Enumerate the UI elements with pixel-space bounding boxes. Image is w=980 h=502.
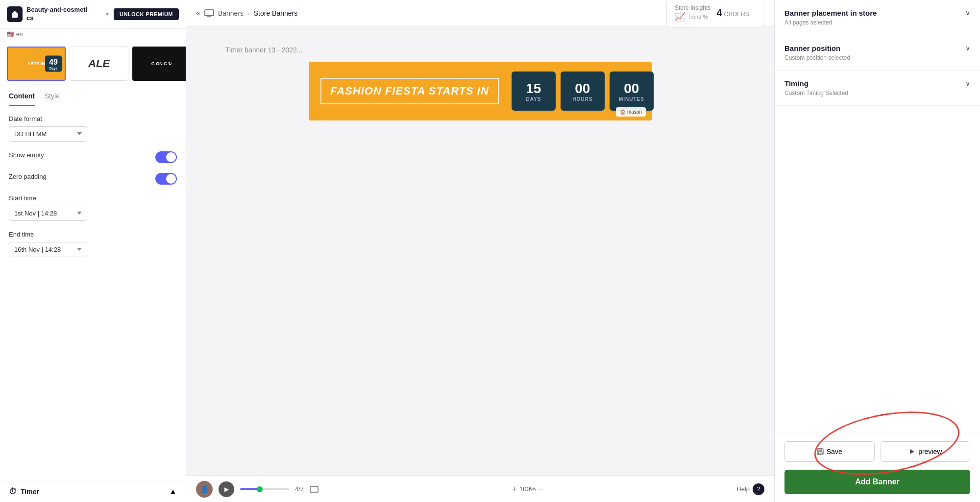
hours-label: HOURS (572, 96, 592, 102)
svg-rect-3 (818, 452, 822, 454)
show-empty-toggle[interactable] (155, 151, 177, 163)
position-title: Banner position (784, 44, 850, 52)
unlock-premium-button[interactable]: UNLOCK PREMIUM (114, 8, 179, 20)
count-block-minutes: 00 MINUTES (610, 72, 654, 111)
sidebar-header: Beauty-and-cosmetics ▼ UNLOCK PREMIUM (0, 0, 186, 29)
zero-padding-toggle[interactable] (155, 173, 177, 185)
progress-thumb (257, 486, 263, 492)
svg-rect-2 (819, 449, 822, 451)
zoom-level: 100% (519, 485, 536, 493)
end-time-select[interactable]: 16th Nov | 14:28 (9, 242, 87, 257)
preview-button[interactable]: preview (881, 441, 971, 462)
hours-number: 00 (575, 81, 590, 96)
progress-bar (240, 488, 289, 490)
breadcrumb-sep: › (247, 9, 250, 17)
timer-collapse-icon[interactable]: ▲ (169, 487, 177, 496)
tab-style[interactable]: Style (45, 92, 60, 106)
bottom-left: 👤 ▶ 4/7 (196, 481, 318, 498)
orders-label: ORDERS (724, 11, 749, 18)
show-empty-row: Show empty (9, 151, 177, 163)
save-button[interactable]: Save (784, 441, 875, 462)
date-format-label: Date format (9, 115, 177, 122)
countdown-blocks: 15 DAYS 00 HOURS 00 MINUTES (512, 72, 654, 111)
flag-icon: 🇺🇸 (7, 31, 14, 38)
timer-icon: ⏱ (9, 487, 17, 496)
timing-subtitle: Custom Timing Selected (784, 90, 848, 96)
zero-padding-row: Zero padding (9, 173, 177, 185)
form-section: Date format DD HH MM HH MM SS DD MM SS S… (0, 106, 186, 266)
end-time-label: End time (9, 231, 177, 238)
canvas-area: Timer banner 13 - 2022... FASHION FIESTA… (186, 26, 774, 476)
count-block-days: 15 DAYS (512, 72, 556, 111)
position-subtitle: Custom position selected (784, 54, 850, 61)
timer-text: Timer (21, 488, 39, 496)
timing-chevron-icon[interactable]: ∨ (965, 79, 970, 87)
thumb-1-countdown: 49Days (45, 55, 62, 72)
home-button[interactable] (7, 6, 23, 22)
date-format-select[interactable]: DD HH MM HH MM SS DD MM SS (9, 126, 87, 142)
breadcrumb-current: Store Banners (254, 9, 298, 17)
count-block-hours: 00 HOURS (561, 72, 605, 111)
svg-rect-0 (205, 10, 214, 16)
tab-content[interactable]: Content (9, 92, 35, 106)
language-label: en (16, 31, 23, 38)
thumb-3-text: G ON C ↻ (151, 61, 172, 66)
right-sidebar: Banner placement in store All pages sele… (774, 0, 980, 502)
store-insights-trend: 📈 Trend % (675, 11, 710, 22)
days-label: DAYS (526, 96, 541, 102)
help-icon[interactable]: ? (753, 483, 764, 495)
breadcrumb-banners[interactable]: Banners (218, 9, 244, 17)
start-time-select[interactable]: 1st Nov | 14:28 (9, 206, 87, 221)
start-time-field: Start time 1st Nov | 14:28 (9, 194, 177, 221)
position-chevron-icon[interactable]: ∨ (965, 44, 970, 52)
banner-text: FASHION FIESTA STARTS IN (320, 78, 499, 104)
zero-padding-label: Zero padding (9, 173, 47, 180)
preview-icon (908, 448, 915, 455)
timing-panel: Timing Custom Timing Selected ∨ (775, 71, 980, 106)
content-style-tabs: Content Style (0, 86, 186, 106)
left-sidebar: Beauty-and-cosmetics ▼ UNLOCK PREMIUM 🇺🇸… (0, 0, 186, 502)
play-button[interactable]: ▶ (219, 481, 234, 497)
progress-track (240, 488, 289, 490)
svg-marker-4 (910, 449, 914, 454)
app-name: Beauty-and-cosmetics (26, 6, 101, 23)
banner-thumb-3[interactable]: G ON C ↻ (132, 47, 186, 81)
timing-header: Timing Custom Timing Selected ∨ (784, 79, 970, 96)
timer-label: ⏱ Timer (9, 487, 39, 496)
trend-label: Trend % (687, 14, 708, 20)
thumb-1-text: ARTS IN (27, 61, 45, 66)
page-indicator: 4/7 (295, 485, 304, 493)
thumb-2-text: ALE (88, 57, 110, 70)
nav-back-icon[interactable]: « (196, 9, 200, 18)
banner-title: Timer banner 13 - 2022... (225, 46, 302, 54)
placement-title: Banner placement in store (784, 9, 877, 17)
banner-thumb-2[interactable]: ALE (70, 47, 128, 81)
placement-chevron-icon[interactable]: ∨ (965, 9, 970, 17)
help-section: Help ? (736, 483, 764, 495)
show-empty-label: Show empty (9, 151, 44, 159)
zoom-out-icon[interactable]: − (539, 485, 543, 494)
minutes-label: MINUTES (619, 96, 644, 102)
orders-count: 4 (716, 7, 722, 19)
app-dropdown-icon[interactable]: ▼ (105, 11, 110, 17)
mason-watermark: 🏠 mason (616, 107, 646, 117)
help-label: Help (736, 485, 750, 493)
minutes-number: 00 (624, 81, 639, 96)
days-number: 15 (526, 81, 541, 96)
end-time-field: End time 16th Nov | 14:28 (9, 231, 177, 257)
right-actions: Save preview (775, 433, 980, 470)
banner-preview: FASHION FIESTA STARTS IN 15 DAYS 00 HOUR… (309, 62, 652, 120)
date-format-field: Date format DD HH MM HH MM SS DD MM SS (9, 115, 177, 142)
save-label: Save (827, 448, 842, 455)
store-insights-card: Store Insights 📈 Trend % 4 ORDERS (666, 0, 764, 27)
preview-label: preview (918, 448, 942, 455)
add-banner-button[interactable]: Add Banner (784, 470, 970, 494)
language-selector[interactable]: 🇺🇸 en (0, 29, 186, 42)
position-header: Banner position Custom position selected… (784, 44, 970, 61)
breadcrumb: « Banners › Store Banners (196, 9, 297, 18)
banner-thumb-1[interactable]: ARTS IN 49Days (7, 47, 66, 81)
placement-subtitle: All pages selected (784, 19, 877, 26)
zoom-in-icon[interactable]: + (512, 485, 516, 494)
timer-section[interactable]: ⏱ Timer ▲ (0, 481, 186, 502)
bottom-bar: 👤 ▶ 4/7 + 100% − Help ? (186, 476, 774, 502)
